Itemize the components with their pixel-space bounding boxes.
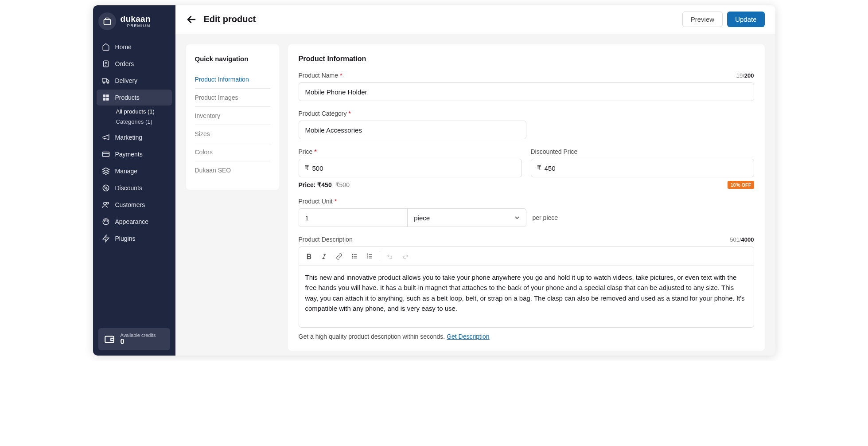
back-button[interactable]	[186, 14, 197, 25]
nav-orders[interactable]: Orders	[97, 56, 172, 72]
numbered-list-button[interactable]: 123	[363, 249, 376, 264]
subnav-categories[interactable]: Categories (1)	[116, 117, 172, 127]
svg-rect-10	[103, 98, 105, 101]
price-input[interactable]	[299, 159, 522, 177]
nav-label: Plugins	[115, 235, 136, 242]
nav-label: Manage	[115, 168, 138, 175]
credits-text: Available credits 0	[121, 333, 156, 346]
svg-point-23	[105, 220, 106, 221]
qn-product-images[interactable]: Product Images	[195, 89, 270, 107]
svg-rect-26	[105, 336, 114, 343]
qn-colors[interactable]: Colors	[195, 143, 270, 161]
svg-rect-8	[103, 94, 105, 97]
qn-inventory[interactable]: Inventory	[195, 107, 270, 125]
home-icon	[102, 43, 110, 51]
get-description-link[interactable]: Get Description	[447, 333, 489, 340]
nav-products[interactable]: Products	[97, 90, 172, 106]
numbered-list-icon: 123	[366, 253, 373, 260]
product-category-group: Product Category *	[299, 110, 526, 139]
brand-name: dukaan	[121, 15, 151, 24]
undo-icon	[387, 253, 393, 260]
card-heading: Product Information	[299, 55, 754, 63]
product-name-input[interactable]	[299, 82, 754, 101]
nav-plugins[interactable]: Plugins	[97, 231, 172, 246]
quick-navigation: Quick navigation Product Information Pro…	[186, 44, 279, 190]
discount-badge: 10% OFF	[728, 181, 754, 189]
nav-home[interactable]: Home	[97, 39, 172, 55]
nav-label: Appearance	[115, 218, 149, 225]
products-subnav: All products (1) Categories (1)	[97, 106, 172, 127]
svg-point-36	[352, 256, 352, 256]
svg-point-18	[106, 189, 107, 190]
bold-button[interactable]	[303, 249, 316, 264]
price-display: Price: ₹450 ₹500 10% OFF	[299, 181, 754, 189]
product-information-card: Product Information Product Name * 19/20…	[288, 44, 765, 351]
chevron-down-icon	[514, 214, 521, 221]
header-actions: Preview Update	[682, 12, 765, 27]
megaphone-icon	[102, 133, 110, 141]
nav-appearance[interactable]: Appearance	[97, 214, 172, 230]
editor-toolbar: 123	[299, 246, 754, 266]
per-unit-text: per piece	[533, 214, 558, 221]
price-summary: Price: ₹450 ₹500	[299, 181, 350, 188]
discounted-price-input[interactable]	[531, 159, 754, 177]
redo-icon	[402, 253, 409, 260]
nav-discounts[interactable]: Discounts	[97, 180, 172, 196]
unit-type-value: piece	[414, 214, 430, 222]
product-unit-label: Product Unit *	[299, 198, 337, 205]
unit-quantity-input[interactable]	[299, 209, 408, 227]
page-header: Edit product Preview Update	[175, 5, 775, 34]
redo-button[interactable]	[399, 249, 412, 264]
qn-dukaan-seo[interactable]: Dukaan SEO	[195, 161, 270, 179]
header-left: Edit product	[186, 14, 256, 25]
svg-point-22	[104, 221, 105, 222]
price-label: Price *	[299, 148, 317, 155]
svg-point-37	[352, 258, 352, 258]
unit-combo: piece	[299, 208, 526, 227]
nav-label: Discounts	[115, 184, 142, 192]
nav-marketing[interactable]: Marketing	[97, 129, 172, 145]
qn-sizes[interactable]: Sizes	[195, 125, 270, 143]
product-description-group: Product Description 501/4000 123	[299, 236, 754, 340]
product-unit-group: Product Unit * piece per piece	[299, 198, 754, 227]
nav-label: Payments	[115, 151, 143, 158]
card-icon	[102, 150, 110, 158]
nav-customers[interactable]: Customers	[97, 197, 172, 213]
truck-icon	[102, 77, 110, 85]
svg-marker-14	[102, 168, 109, 172]
nav-payments[interactable]: Payments	[97, 146, 172, 162]
link-button[interactable]	[333, 249, 346, 264]
product-category-input[interactable]	[299, 121, 526, 139]
credits-box[interactable]: Available credits 0	[98, 328, 170, 350]
qn-product-information[interactable]: Product Information	[195, 70, 270, 89]
svg-text:3: 3	[367, 257, 368, 259]
nav-label: Marketing	[115, 134, 142, 141]
svg-rect-5	[102, 79, 106, 82]
undo-button[interactable]	[384, 249, 397, 264]
quick-nav-heading: Quick navigation	[195, 55, 270, 63]
link-icon	[336, 253, 343, 260]
brand-logo-icon	[98, 12, 116, 30]
preview-button[interactable]: Preview	[682, 12, 723, 27]
product-panel: Product Information Product Name * 19/20…	[288, 44, 765, 356]
description-editor[interactable]: This new and innovative product allows y…	[299, 266, 754, 328]
italic-button[interactable]	[318, 249, 331, 264]
svg-point-19	[103, 202, 106, 205]
subnav-all-products[interactable]: All products (1)	[116, 106, 172, 117]
name-char-count: 19/200	[736, 72, 754, 79]
bold-icon	[306, 253, 312, 260]
arrow-left-icon	[186, 14, 197, 25]
unit-type-select[interactable]: piece	[408, 209, 525, 227]
layers-icon	[102, 167, 110, 175]
update-button[interactable]: Update	[727, 12, 764, 27]
svg-rect-9	[106, 94, 109, 97]
product-name-label: Product Name *	[299, 72, 343, 79]
bullet-list-button[interactable]	[348, 249, 361, 264]
product-category-label: Product Category *	[299, 110, 351, 117]
discounted-price-group: Discounted Price ₹	[531, 148, 754, 177]
italic-icon	[321, 253, 327, 260]
nav-delivery[interactable]: Delivery	[97, 73, 172, 89]
price-group: Price * ₹	[299, 148, 522, 177]
bullet-list-icon	[351, 253, 358, 260]
nav-manage[interactable]: Manage	[97, 163, 172, 179]
